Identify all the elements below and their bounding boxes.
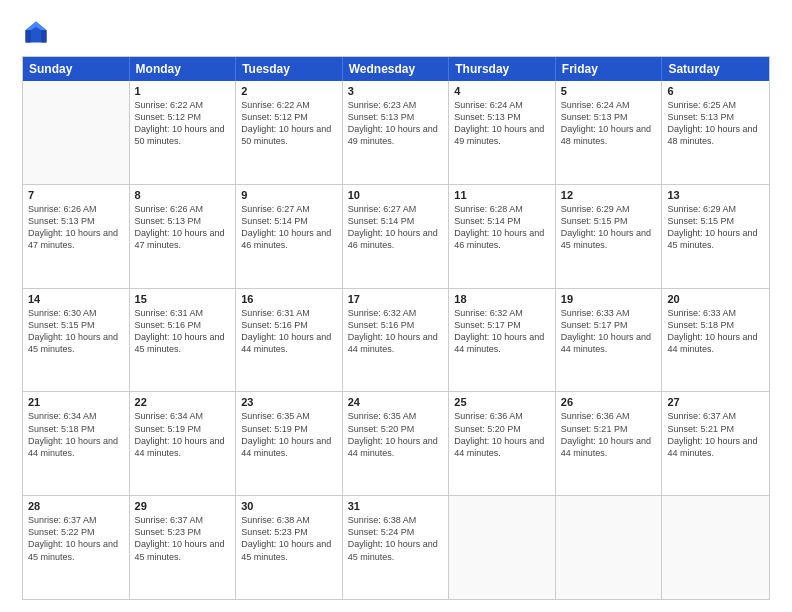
day-number: 1 <box>135 85 231 97</box>
day-number: 27 <box>667 396 764 408</box>
day-info: Sunrise: 6:29 AMSunset: 5:15 PMDaylight:… <box>561 203 657 252</box>
calendar-cell: 9Sunrise: 6:27 AMSunset: 5:14 PMDaylight… <box>236 185 343 288</box>
calendar-cell: 12Sunrise: 6:29 AMSunset: 5:15 PMDayligh… <box>556 185 663 288</box>
day-info: Sunrise: 6:30 AMSunset: 5:15 PMDaylight:… <box>28 307 124 356</box>
day-number: 21 <box>28 396 124 408</box>
weekday-header: Sunday <box>23 57 130 81</box>
day-number: 2 <box>241 85 337 97</box>
day-number: 17 <box>348 293 444 305</box>
calendar-cell: 25Sunrise: 6:36 AMSunset: 5:20 PMDayligh… <box>449 392 556 495</box>
day-number: 8 <box>135 189 231 201</box>
calendar-cell: 15Sunrise: 6:31 AMSunset: 5:16 PMDayligh… <box>130 289 237 392</box>
header <box>22 18 770 46</box>
calendar-cell: 29Sunrise: 6:37 AMSunset: 5:23 PMDayligh… <box>130 496 237 599</box>
calendar-row: 7Sunrise: 6:26 AMSunset: 5:13 PMDaylight… <box>23 184 769 288</box>
day-number: 12 <box>561 189 657 201</box>
day-number: 30 <box>241 500 337 512</box>
calendar-cell: 31Sunrise: 6:38 AMSunset: 5:24 PMDayligh… <box>343 496 450 599</box>
calendar-cell: 24Sunrise: 6:35 AMSunset: 5:20 PMDayligh… <box>343 392 450 495</box>
weekday-header: Monday <box>130 57 237 81</box>
calendar-cell: 18Sunrise: 6:32 AMSunset: 5:17 PMDayligh… <box>449 289 556 392</box>
weekday-header: Wednesday <box>343 57 450 81</box>
day-number: 19 <box>561 293 657 305</box>
calendar-cell <box>449 496 556 599</box>
day-info: Sunrise: 6:38 AMSunset: 5:23 PMDaylight:… <box>241 514 337 563</box>
logo-icon <box>22 18 50 46</box>
day-number: 3 <box>348 85 444 97</box>
day-info: Sunrise: 6:33 AMSunset: 5:18 PMDaylight:… <box>667 307 764 356</box>
calendar-cell: 7Sunrise: 6:26 AMSunset: 5:13 PMDaylight… <box>23 185 130 288</box>
day-info: Sunrise: 6:36 AMSunset: 5:21 PMDaylight:… <box>561 410 657 459</box>
weekday-header: Tuesday <box>236 57 343 81</box>
svg-marker-3 <box>26 30 31 42</box>
day-number: 23 <box>241 396 337 408</box>
calendar-cell: 26Sunrise: 6:36 AMSunset: 5:21 PMDayligh… <box>556 392 663 495</box>
calendar-cell <box>556 496 663 599</box>
day-info: Sunrise: 6:35 AMSunset: 5:20 PMDaylight:… <box>348 410 444 459</box>
weekday-header: Saturday <box>662 57 769 81</box>
page: SundayMondayTuesdayWednesdayThursdayFrid… <box>0 0 792 612</box>
day-number: 4 <box>454 85 550 97</box>
day-info: Sunrise: 6:25 AMSunset: 5:13 PMDaylight:… <box>667 99 764 148</box>
day-number: 7 <box>28 189 124 201</box>
day-number: 28 <box>28 500 124 512</box>
day-info: Sunrise: 6:37 AMSunset: 5:23 PMDaylight:… <box>135 514 231 563</box>
day-info: Sunrise: 6:28 AMSunset: 5:14 PMDaylight:… <box>454 203 550 252</box>
calendar-cell: 30Sunrise: 6:38 AMSunset: 5:23 PMDayligh… <box>236 496 343 599</box>
calendar-cell: 21Sunrise: 6:34 AMSunset: 5:18 PMDayligh… <box>23 392 130 495</box>
day-number: 14 <box>28 293 124 305</box>
day-number: 26 <box>561 396 657 408</box>
day-info: Sunrise: 6:36 AMSunset: 5:20 PMDaylight:… <box>454 410 550 459</box>
calendar-cell: 27Sunrise: 6:37 AMSunset: 5:21 PMDayligh… <box>662 392 769 495</box>
day-info: Sunrise: 6:34 AMSunset: 5:19 PMDaylight:… <box>135 410 231 459</box>
calendar-cell: 23Sunrise: 6:35 AMSunset: 5:19 PMDayligh… <box>236 392 343 495</box>
calendar-cell: 8Sunrise: 6:26 AMSunset: 5:13 PMDaylight… <box>130 185 237 288</box>
day-number: 16 <box>241 293 337 305</box>
day-info: Sunrise: 6:22 AMSunset: 5:12 PMDaylight:… <box>135 99 231 148</box>
calendar-cell: 22Sunrise: 6:34 AMSunset: 5:19 PMDayligh… <box>130 392 237 495</box>
calendar: SundayMondayTuesdayWednesdayThursdayFrid… <box>22 56 770 600</box>
day-info: Sunrise: 6:27 AMSunset: 5:14 PMDaylight:… <box>241 203 337 252</box>
calendar-row: 21Sunrise: 6:34 AMSunset: 5:18 PMDayligh… <box>23 391 769 495</box>
calendar-cell: 3Sunrise: 6:23 AMSunset: 5:13 PMDaylight… <box>343 81 450 184</box>
calendar-cell: 20Sunrise: 6:33 AMSunset: 5:18 PMDayligh… <box>662 289 769 392</box>
calendar-cell: 19Sunrise: 6:33 AMSunset: 5:17 PMDayligh… <box>556 289 663 392</box>
day-number: 22 <box>135 396 231 408</box>
calendar-cell: 5Sunrise: 6:24 AMSunset: 5:13 PMDaylight… <box>556 81 663 184</box>
calendar-cell: 13Sunrise: 6:29 AMSunset: 5:15 PMDayligh… <box>662 185 769 288</box>
day-info: Sunrise: 6:29 AMSunset: 5:15 PMDaylight:… <box>667 203 764 252</box>
svg-marker-2 <box>41 30 46 42</box>
day-number: 11 <box>454 189 550 201</box>
calendar-row: 1Sunrise: 6:22 AMSunset: 5:12 PMDaylight… <box>23 81 769 184</box>
calendar-cell: 11Sunrise: 6:28 AMSunset: 5:14 PMDayligh… <box>449 185 556 288</box>
calendar-row: 28Sunrise: 6:37 AMSunset: 5:22 PMDayligh… <box>23 495 769 599</box>
logo <box>22 18 54 46</box>
calendar-cell <box>662 496 769 599</box>
day-number: 18 <box>454 293 550 305</box>
calendar-body: 1Sunrise: 6:22 AMSunset: 5:12 PMDaylight… <box>23 81 769 599</box>
day-number: 13 <box>667 189 764 201</box>
calendar-cell: 17Sunrise: 6:32 AMSunset: 5:16 PMDayligh… <box>343 289 450 392</box>
day-info: Sunrise: 6:24 AMSunset: 5:13 PMDaylight:… <box>454 99 550 148</box>
day-info: Sunrise: 6:38 AMSunset: 5:24 PMDaylight:… <box>348 514 444 563</box>
day-info: Sunrise: 6:32 AMSunset: 5:16 PMDaylight:… <box>348 307 444 356</box>
day-number: 9 <box>241 189 337 201</box>
day-number: 10 <box>348 189 444 201</box>
day-info: Sunrise: 6:32 AMSunset: 5:17 PMDaylight:… <box>454 307 550 356</box>
day-info: Sunrise: 6:35 AMSunset: 5:19 PMDaylight:… <box>241 410 337 459</box>
day-info: Sunrise: 6:26 AMSunset: 5:13 PMDaylight:… <box>135 203 231 252</box>
day-number: 31 <box>348 500 444 512</box>
calendar-cell: 4Sunrise: 6:24 AMSunset: 5:13 PMDaylight… <box>449 81 556 184</box>
calendar-cell: 14Sunrise: 6:30 AMSunset: 5:15 PMDayligh… <box>23 289 130 392</box>
calendar-cell: 6Sunrise: 6:25 AMSunset: 5:13 PMDaylight… <box>662 81 769 184</box>
calendar-cell: 16Sunrise: 6:31 AMSunset: 5:16 PMDayligh… <box>236 289 343 392</box>
calendar-cell: 2Sunrise: 6:22 AMSunset: 5:12 PMDaylight… <box>236 81 343 184</box>
day-number: 24 <box>348 396 444 408</box>
weekday-header: Thursday <box>449 57 556 81</box>
day-info: Sunrise: 6:37 AMSunset: 5:22 PMDaylight:… <box>28 514 124 563</box>
day-info: Sunrise: 6:31 AMSunset: 5:16 PMDaylight:… <box>135 307 231 356</box>
calendar-header: SundayMondayTuesdayWednesdayThursdayFrid… <box>23 57 769 81</box>
day-info: Sunrise: 6:37 AMSunset: 5:21 PMDaylight:… <box>667 410 764 459</box>
day-info: Sunrise: 6:24 AMSunset: 5:13 PMDaylight:… <box>561 99 657 148</box>
day-number: 5 <box>561 85 657 97</box>
